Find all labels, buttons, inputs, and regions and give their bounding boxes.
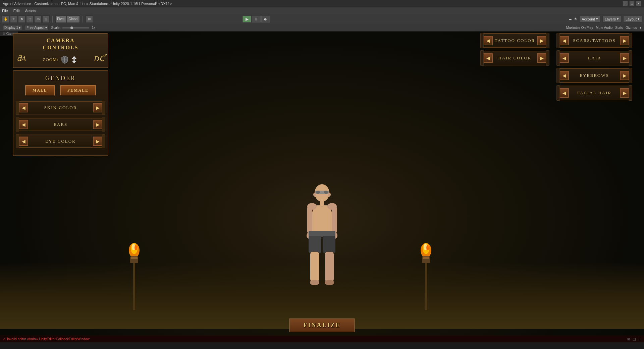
step-button[interactable]: ⏭ (261, 16, 270, 22)
eye-color-row: ◀ EYE COLOR ▶ (17, 135, 104, 148)
display-dropdown[interactable]: Display 1 ▾ (3, 25, 22, 30)
scars-tattoos-prev-button[interactable]: ◀ (559, 36, 569, 45)
svg-rect-6 (133, 263, 135, 310)
camera-right-label: DƇ (94, 54, 104, 63)
menu-assets[interactable]: Assets (25, 9, 36, 13)
tattoo-color-prev-button[interactable]: ◀ (483, 36, 493, 45)
facial-hair-prev-button[interactable]: ◀ (559, 88, 569, 98)
eyebrows-next-button[interactable]: ▶ (620, 71, 629, 80)
extra-tool[interactable]: ⊞ (86, 15, 93, 23)
facial-hair-label: FACIAL HAIR (569, 90, 620, 96)
facial-hair-row: ◀ FACIAL HAIR ▶ (557, 86, 631, 100)
camera-title: CAMERACONTROLS (17, 37, 104, 51)
tattoo-color-next-button[interactable]: ▶ (537, 36, 546, 45)
gizmos-btn[interactable]: Gizmos (626, 26, 637, 30)
eye-color-prev-button[interactable]: ◀ (19, 137, 28, 146)
zoom-arrows-icon (71, 55, 77, 64)
sep2 (83, 16, 83, 22)
statusbar-right: ⊞ ◫ ☰ (627, 337, 641, 341)
torch-left (124, 240, 144, 315)
rotate-tool[interactable]: ↻ (18, 15, 25, 23)
svg-rect-5 (131, 257, 138, 259)
hair-color-prev-button[interactable]: ◀ (483, 53, 493, 63)
gizmos-chevron-icon: ▾ (640, 26, 641, 30)
account-dropdown[interactable]: Account ▾ (579, 16, 600, 22)
scars-tattoos-label: SCARS/TATTOOS (569, 38, 620, 43)
skin-color-row: ◀ SKIN COLOR ▶ (17, 101, 104, 114)
hair-prev-button[interactable]: ◀ (559, 53, 569, 63)
titlebar-controls: ─ □ ✕ (623, 1, 641, 6)
scale-thumb (70, 27, 73, 29)
stats-btn[interactable]: Stats (615, 26, 623, 30)
left-panel: CAMERACONTROLS ƌA ZOOM: (13, 33, 108, 156)
skin-color-next-button[interactable]: ▶ (93, 103, 102, 112)
zoom-label: ZOOM: (43, 57, 58, 62)
global-button[interactable]: Global (67, 15, 80, 23)
close-button[interactable]: ✕ (636, 1, 641, 6)
menu-edit[interactable]: Edit (13, 9, 20, 13)
transform-tools: ✋ ✛ ↻ ⊡ ▭ ⊞ (2, 15, 50, 23)
play-button[interactable]: ▶ (243, 16, 251, 22)
scars-tattoos-row: ◀ SCARS/TATTOOS ▶ (557, 33, 631, 48)
scale-label: Scale (51, 26, 60, 30)
error-bar: ⚠ Invalid editor window UnityEditor.Fall… (0, 336, 644, 342)
hair-color-row: ◀ HAIR COLOR ▶ (481, 51, 548, 65)
svg-rect-12 (423, 257, 429, 259)
maximize-on-play-btn[interactable]: Maximize On Play (566, 26, 593, 30)
pause-button[interactable]: ⏸ (252, 16, 261, 22)
ears-label: EARS (28, 122, 93, 127)
status-icon-3: ☰ (638, 337, 641, 341)
account-chevron-icon: ▾ (596, 17, 598, 21)
maximize-button[interactable]: □ (629, 1, 635, 6)
finalize-button[interactable]: FINALIZE (289, 318, 355, 332)
layers-chevron-icon: ▾ (617, 17, 619, 21)
tattoo-color-row: ◀ TATTOO COLOR ▶ (481, 33, 548, 48)
viewbar-right: Maximize On Play Mute Audio Stats Gizmos… (566, 26, 641, 30)
display-chevron-icon: ▾ (19, 26, 20, 30)
right-panel-left: ◀ TATTOO COLOR ▶ ◀ HAIR COLOR ▶ (481, 33, 548, 68)
mute-audio-btn[interactable]: Mute Audio (596, 26, 612, 30)
hair-color-label: HAIR COLOR (493, 55, 537, 61)
gender-section: GENDER MALE FEMALE (17, 75, 104, 96)
female-button[interactable]: FEMALE (60, 85, 96, 96)
camera-left-label: ƌA (17, 54, 26, 63)
hair-next-button[interactable]: ▶ (620, 53, 629, 63)
minimize-button[interactable]: ─ (623, 1, 628, 6)
male-button[interactable]: MALE (25, 85, 55, 96)
cloud-icon: ☁ (568, 17, 572, 21)
skin-color-label: SKIN COLOR (28, 105, 93, 110)
rect-tool[interactable]: ▭ (34, 15, 42, 23)
aspect-dropdown[interactable]: Free Aspect ▾ (25, 25, 48, 30)
svg-point-33 (325, 280, 334, 285)
svg-point-18 (313, 193, 316, 197)
hand-tool[interactable]: ✋ (2, 15, 9, 23)
scale-tool[interactable]: ⊡ (26, 15, 34, 23)
svg-rect-28 (309, 236, 321, 253)
hair-color-next-button[interactable]: ▶ (537, 53, 546, 63)
menu-file[interactable]: File (2, 9, 8, 13)
scale-value: 1x (92, 26, 96, 30)
facial-hair-next-button[interactable]: ▶ (620, 88, 629, 98)
svg-rect-30 (310, 252, 319, 282)
layout-chevron-icon: ▾ (638, 17, 640, 21)
svg-rect-20 (320, 201, 324, 205)
transform-tool[interactable]: ⊞ (42, 15, 50, 23)
svg-rect-38 (73, 58, 75, 61)
layers-dropdown[interactable]: Layers ▾ (602, 16, 621, 22)
status-icon-2: ◫ (633, 337, 636, 341)
ears-next-button[interactable]: ▶ (93, 120, 102, 129)
ears-prev-button[interactable]: ◀ (19, 120, 28, 129)
scale-slider[interactable] (62, 27, 89, 29)
svg-rect-13 (425, 263, 427, 310)
aspect-label: Free Aspect (26, 26, 44, 30)
options-panel: GENDER MALE FEMALE ◀ SKIN COLOR ▶ ◀ EARS… (13, 70, 108, 156)
scars-tattoos-next-button[interactable]: ▶ (620, 36, 629, 45)
skin-color-prev-button[interactable]: ◀ (19, 103, 28, 112)
eyebrows-prev-button[interactable]: ◀ (559, 71, 569, 80)
eye-color-next-button[interactable]: ▶ (93, 137, 102, 146)
pivot-button[interactable]: Pivot (55, 15, 66, 23)
account-label: Account (582, 17, 595, 21)
move-tool[interactable]: ✛ (10, 15, 17, 23)
gender-buttons: MALE FEMALE (17, 85, 104, 96)
layout-dropdown[interactable]: Layout ▾ (623, 16, 642, 22)
